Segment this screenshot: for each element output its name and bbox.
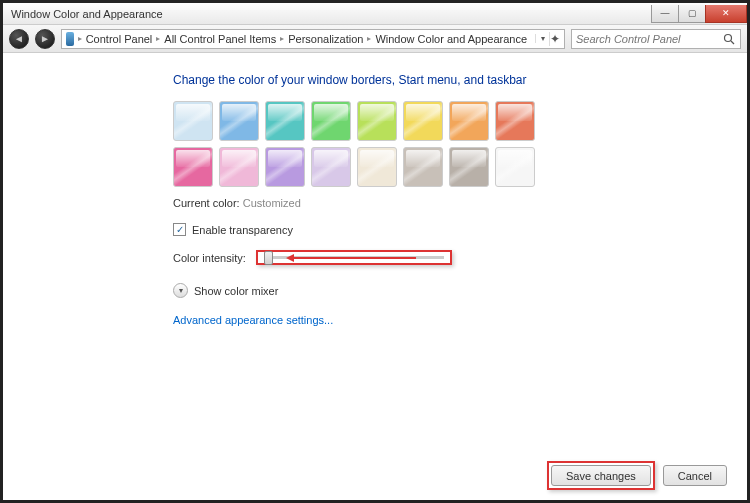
color-swatches [173, 101, 573, 187]
refresh-button[interactable]: ✦ [549, 32, 560, 46]
color-swatch[interactable] [219, 147, 259, 187]
advanced-appearance-link[interactable]: Advanced appearance settings... [173, 314, 707, 326]
maximize-button[interactable]: ▢ [678, 5, 706, 23]
color-swatch[interactable] [219, 101, 259, 141]
current-color-label: Current color: [173, 197, 240, 209]
color-swatch[interactable] [403, 101, 443, 141]
intensity-row: Color intensity: [173, 250, 707, 265]
breadcrumb[interactable]: All Control Panel Items [164, 33, 276, 45]
minimize-button[interactable]: — [651, 5, 679, 23]
addressbar[interactable]: ▸ Control Panel ▸ All Control Panel Item… [61, 29, 565, 49]
expand-mixer-button[interactable]: ▾ [173, 283, 188, 298]
color-swatch[interactable] [311, 101, 351, 141]
chevron-right-icon: ▸ [367, 34, 371, 43]
content-area: Change the color of your window borders,… [3, 53, 747, 326]
color-swatch[interactable] [265, 101, 305, 141]
navbar: ◄ ► ▸ Control Panel ▸ All Control Panel … [3, 25, 747, 53]
breadcrumb[interactable]: Window Color and Appearance [375, 33, 527, 45]
window-buttons: — ▢ ✕ [652, 5, 747, 23]
color-swatch[interactable] [357, 147, 397, 187]
address-dropdown[interactable]: ▾ [535, 34, 545, 43]
search-box[interactable] [571, 29, 741, 49]
color-swatch[interactable] [265, 147, 305, 187]
cancel-button[interactable]: Cancel [663, 465, 727, 486]
footer-buttons: Save changes Cancel [547, 461, 727, 490]
titlebar: Window Color and Appearance — ▢ ✕ [3, 3, 747, 25]
chevron-right-icon: ▸ [156, 34, 160, 43]
page-heading: Change the color of your window borders,… [173, 73, 707, 87]
breadcrumb[interactable]: Control Panel [86, 33, 153, 45]
chevron-right-icon: ▸ [280, 34, 284, 43]
save-changes-button[interactable]: Save changes [551, 465, 651, 486]
color-swatch[interactable] [357, 101, 397, 141]
forward-button[interactable]: ► [35, 29, 55, 49]
color-swatch[interactable] [311, 147, 351, 187]
slider-thumb[interactable] [264, 251, 273, 265]
svg-line-1 [731, 41, 734, 44]
location-icon [66, 32, 74, 46]
chevron-right-icon: ▸ [78, 34, 82, 43]
color-swatch[interactable] [403, 147, 443, 187]
transparency-checkbox[interactable]: ✓ [173, 223, 186, 236]
window-title: Window Color and Appearance [11, 8, 163, 20]
color-swatch[interactable] [449, 147, 489, 187]
back-button[interactable]: ◄ [9, 29, 29, 49]
current-color-value: Customized [243, 197, 301, 209]
annotation-arrow [286, 254, 416, 262]
transparency-label: Enable transparency [192, 224, 293, 236]
color-swatch[interactable] [449, 101, 489, 141]
current-color-line: Current color: Customized [173, 197, 707, 209]
color-swatch[interactable] [173, 101, 213, 141]
save-button-highlight: Save changes [547, 461, 655, 490]
intensity-label: Color intensity: [173, 252, 246, 264]
color-swatch[interactable] [495, 147, 535, 187]
transparency-row: ✓ Enable transparency [173, 223, 707, 236]
mixer-label: Show color mixer [194, 285, 278, 297]
search-input[interactable] [576, 33, 722, 45]
color-swatch[interactable] [495, 101, 535, 141]
color-swatch[interactable] [173, 147, 213, 187]
close-button[interactable]: ✕ [705, 5, 747, 23]
intensity-slider-highlight [256, 250, 452, 265]
breadcrumb[interactable]: Personalization [288, 33, 363, 45]
color-mixer-row: ▾ Show color mixer [173, 283, 707, 298]
svg-point-0 [725, 34, 732, 41]
search-icon[interactable] [722, 32, 736, 46]
